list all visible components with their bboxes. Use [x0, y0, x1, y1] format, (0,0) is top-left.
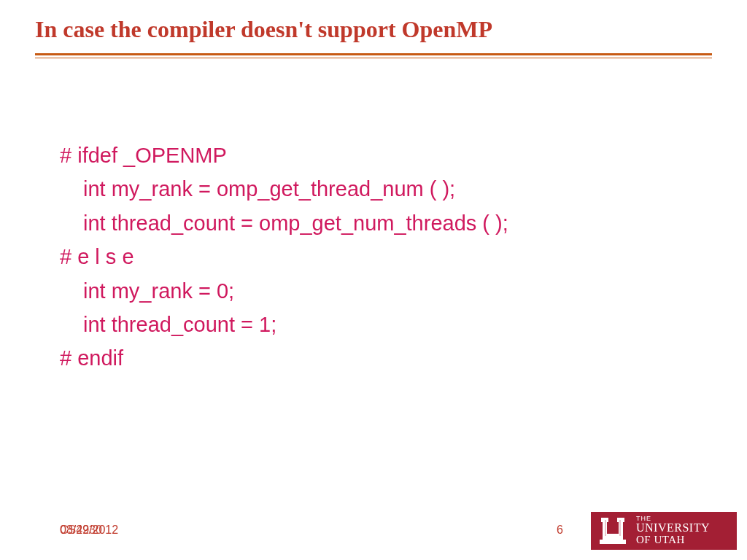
code-line: # e l s e	[60, 240, 747, 273]
logo-text: THE UNIVERSITY OF UTAH	[636, 516, 710, 546]
slide-title: In case the compiler doesn't support Ope…	[0, 0, 747, 43]
title-rule	[35, 53, 712, 58]
svg-rect-5	[600, 540, 626, 544]
code-line: # endif	[60, 341, 747, 375]
code-block: # ifdef _OPENMP int my_rank = omp_get_th…	[60, 139, 747, 376]
code-line: int thread_count = omp_get_num_threads (…	[60, 206, 747, 240]
slide: In case the compiler doesn't support Ope…	[0, 0, 747, 560]
code-line: # ifdef _OPENMP	[60, 139, 747, 172]
footer-date: 08/29/2012 CS4230	[60, 524, 118, 537]
logo-u-icon	[597, 515, 629, 547]
logo-of-utah: OF UTAH	[636, 534, 710, 546]
code-line: int my_rank = 0;	[60, 274, 747, 308]
code-line: int thread_count = 1;	[60, 308, 747, 341]
university-logo: THE UNIVERSITY OF UTAH	[591, 512, 737, 550]
footer-date-overlay: CS4230	[60, 524, 102, 537]
page-number: 6	[557, 524, 563, 537]
logo-university: UNIVERSITY	[636, 522, 710, 534]
svg-rect-6	[605, 520, 606, 536]
code-line: int my_rank = omp_get_thread_num ( );	[60, 172, 747, 206]
svg-rect-7	[619, 520, 621, 536]
